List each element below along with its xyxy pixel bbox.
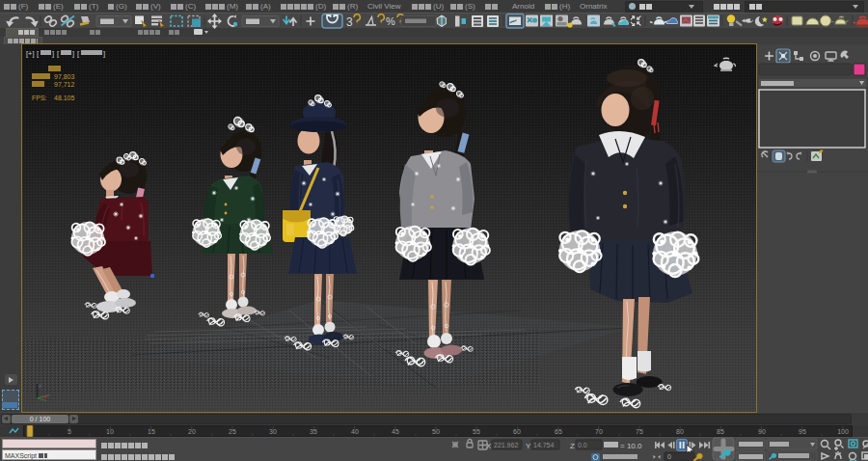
svg-text:40: 40 xyxy=(351,428,359,435)
svg-text:= 10.0: = 10.0 xyxy=(620,442,642,450)
svg-text:25: 25 xyxy=(229,428,236,435)
svg-text:100: 100 xyxy=(837,428,849,435)
svg-text:55: 55 xyxy=(473,428,480,435)
svg-text:85: 85 xyxy=(717,428,724,435)
svg-text:[+]: [+] xyxy=(26,49,35,58)
svg-text:45: 45 xyxy=(392,428,399,435)
svg-text:3: 3 xyxy=(346,15,353,29)
svg-text:5: 5 xyxy=(68,428,71,435)
svg-text:97,803: 97,803 xyxy=(54,73,75,80)
svg-text:]: ] xyxy=(103,49,105,58)
svg-text:48.105: 48.105 xyxy=(54,95,75,101)
svg-text:30: 30 xyxy=(269,428,277,435)
svg-text:35: 35 xyxy=(310,428,317,435)
svg-text:FPS:: FPS: xyxy=(32,95,47,101)
svg-text:97,712: 97,712 xyxy=(54,81,75,88)
svg-text:0: 0 xyxy=(667,453,671,460)
svg-text:]: ] xyxy=(52,49,54,58)
svg-text:50: 50 xyxy=(432,428,440,435)
svg-text:]: ] xyxy=(72,49,74,58)
svg-text:14.754: 14.754 xyxy=(533,442,555,448)
svg-text:20: 20 xyxy=(188,428,196,435)
svg-text:90: 90 xyxy=(758,428,766,435)
svg-text:95: 95 xyxy=(799,428,806,435)
svg-text:%: % xyxy=(386,15,395,27)
svg-text:15: 15 xyxy=(148,428,155,435)
svg-text:221.962: 221.962 xyxy=(494,442,518,448)
svg-text:0.0: 0.0 xyxy=(578,442,587,448)
svg-text:10: 10 xyxy=(106,428,114,435)
svg-text:z: z xyxy=(39,383,41,389)
svg-text:75: 75 xyxy=(636,428,643,435)
svg-text:60: 60 xyxy=(513,428,521,435)
svg-text:65: 65 xyxy=(555,428,562,435)
svg-text:80: 80 xyxy=(676,428,684,435)
svg-text:70: 70 xyxy=(595,428,603,435)
